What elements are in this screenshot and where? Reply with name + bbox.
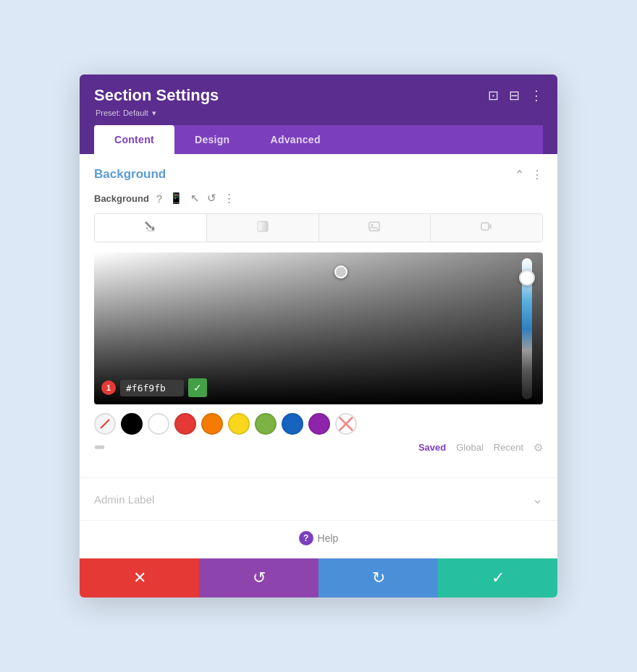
section-header-icons: ⌃ ⋮: [515, 168, 543, 182]
video-icon: [480, 220, 493, 233]
svg-line-6: [101, 420, 109, 428]
slash-icon: [98, 417, 111, 430]
admin-label-chevron: ⌄: [532, 491, 543, 507]
swatch-green[interactable]: [255, 413, 277, 435]
color-index-badge: 1: [101, 380, 116, 395]
svg-point-0: [146, 230, 155, 232]
swatch-yellow[interactable]: [228, 413, 250, 435]
panel-title: Section Settings: [94, 86, 219, 105]
hue-slider-handle[interactable]: [519, 270, 535, 286]
more-options-icon[interactable]: ⋮: [530, 89, 543, 102]
section-settings-panel: Section Settings Preset: Default ▾ ⊡ ⊟ ⋮…: [80, 75, 557, 597]
save-button[interactable]: ✓: [438, 558, 557, 597]
color-tab-global[interactable]: Global: [456, 442, 484, 453]
color-picker-area: 1 ✓: [94, 252, 543, 459]
bg-help-icon[interactable]: ?: [156, 192, 162, 205]
header-icons: ⊡ ⊟ ⋮: [488, 89, 543, 102]
collapse-icon[interactable]: ⌃: [515, 168, 524, 182]
svg-rect-5: [481, 223, 489, 230]
bg-reset-icon[interactable]: ↺: [207, 192, 216, 205]
section-title: Background: [94, 167, 166, 182]
hue-slider-container: [518, 252, 536, 404]
preset-label[interactable]: Preset: Default ▾: [94, 107, 219, 118]
cancel-button[interactable]: ✕: [80, 558, 199, 597]
panel-body: Background ⌃ ⋮ Background ? 📱 ↖ ↺ ⋮: [80, 154, 557, 558]
help-text: Help: [318, 532, 339, 544]
bg-mobile-icon[interactable]: 📱: [169, 192, 183, 205]
bg-type-image[interactable]: [319, 214, 431, 242]
hue-slider-track[interactable]: [522, 258, 532, 399]
main-tabs: Content Design Advanced: [94, 125, 543, 154]
header-text: Section Settings Preset: Default ▾: [94, 86, 219, 118]
image-icon: [368, 220, 381, 233]
screenshot-icon[interactable]: ⊡: [488, 89, 499, 102]
background-section: Background ⌃ ⋮ Background ? 📱 ↖ ↺ ⋮: [80, 154, 557, 478]
bg-row: Background ? 📱 ↖ ↺ ⋮: [94, 192, 543, 205]
hex-input-area: 1 ✓: [101, 378, 207, 397]
color-tab-recent[interactable]: Recent: [494, 442, 523, 453]
reset-button[interactable]: ↺: [199, 558, 318, 597]
color-fill-icon: [144, 220, 157, 233]
color-filter-tabs: Saved Global Recent ⚙: [418, 441, 543, 454]
section-more-icon[interactable]: ⋮: [531, 168, 543, 182]
bg-options-icon[interactable]: ⋮: [224, 192, 235, 205]
color-canvas[interactable]: 1 ✓: [94, 252, 543, 404]
header-top: Section Settings Preset: Default ▾ ⊡ ⊟ ⋮: [94, 86, 543, 118]
hex-confirm-button[interactable]: ✓: [188, 378, 207, 397]
swatch-row: [94, 413, 543, 435]
bg-label: Background: [94, 193, 149, 204]
color-settings-icon[interactable]: ⚙: [533, 441, 543, 454]
swatch-red[interactable]: [174, 413, 196, 435]
bg-type-color[interactable]: [95, 214, 207, 242]
bg-type-tabs: [94, 213, 543, 242]
strikethrough-icon: [337, 414, 355, 433]
help-icon[interactable]: ?: [299, 531, 313, 545]
svg-point-4: [371, 224, 374, 226]
tab-design[interactable]: Design: [174, 125, 250, 154]
swatch-white[interactable]: [148, 413, 169, 435]
tab-content[interactable]: Content: [94, 125, 174, 154]
admin-label-text: Admin Label: [94, 493, 154, 506]
bg-type-video[interactable]: [431, 214, 542, 242]
bg-type-gradient[interactable]: [207, 214, 319, 242]
swatch-black[interactable]: [121, 413, 143, 435]
svg-rect-1: [258, 221, 268, 231]
gradient-icon: [256, 220, 269, 233]
panel-header: Section Settings Preset: Default ▾ ⊡ ⊟ ⋮…: [80, 75, 557, 154]
color-tab-saved[interactable]: Saved: [418, 442, 446, 453]
swatch-transparent[interactable]: [94, 413, 116, 435]
swatch-blue[interactable]: [282, 413, 303, 435]
bg-cursor-icon[interactable]: ↖: [190, 192, 200, 205]
tab-advanced[interactable]: Advanced: [250, 125, 340, 154]
swatch-purple[interactable]: [308, 413, 330, 435]
swatch-orange[interactable]: [201, 413, 223, 435]
swatch-strikethrough[interactable]: [335, 413, 357, 435]
more-swatches-button[interactable]: •••: [94, 439, 103, 456]
admin-label-section: Admin Label ⌄: [80, 478, 557, 520]
hex-input[interactable]: [120, 380, 184, 396]
layout-icon[interactable]: ⊟: [509, 89, 520, 102]
redo-button[interactable]: ↻: [318, 558, 438, 597]
admin-label-row[interactable]: Admin Label ⌄: [94, 491, 543, 507]
panel-footer: ✕ ↺ ↻ ✓: [80, 558, 557, 597]
section-header: Background ⌃ ⋮: [94, 167, 543, 182]
color-tabs-row: ••• Saved Global Recent ⚙: [94, 438, 543, 459]
help-row: ? Help: [80, 520, 557, 558]
